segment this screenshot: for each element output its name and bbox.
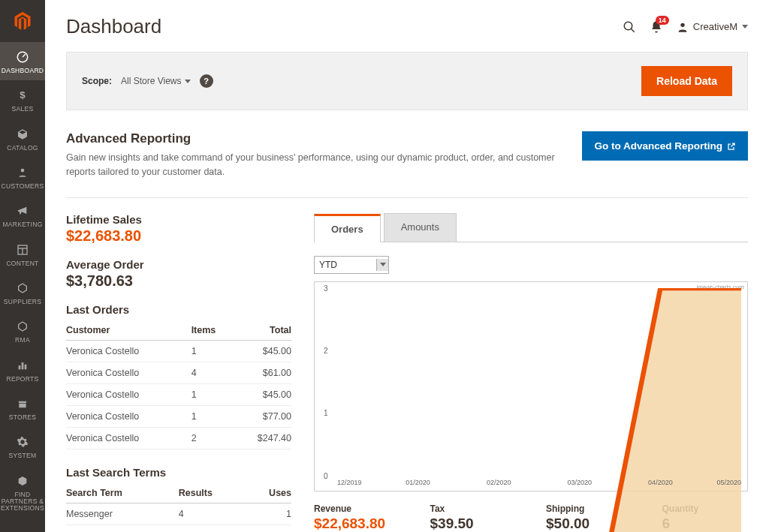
- store-icon: [15, 396, 30, 411]
- main-content: Dashboard 14 CreativeM Scope:: [45, 0, 769, 532]
- svg-text:$: $: [20, 89, 26, 101]
- x-tick: 01/2020: [406, 479, 430, 486]
- lifetime-sales-label: Lifetime Sales: [66, 213, 291, 226]
- chevron-down-icon: [185, 80, 191, 83]
- magento-logo-icon: [12, 11, 33, 32]
- user-name: CreativeM: [693, 21, 737, 32]
- y-tick-2: 2: [324, 346, 328, 354]
- svg-rect-10: [25, 364, 27, 369]
- chart-tabs: Orders Amounts: [314, 213, 748, 242]
- reload-data-button[interactable]: Reload Data: [641, 66, 732, 96]
- lifetime-sales-value: $22,683.80: [66, 227, 291, 245]
- megaphone-icon: [15, 203, 30, 218]
- topbar: Dashboard 14 CreativeM: [66, 15, 748, 38]
- col-results: Results: [179, 483, 246, 503]
- sidebar-item-catalog[interactable]: CATALOG: [0, 119, 45, 158]
- search-icon: [623, 20, 636, 34]
- sidebar-item-rma[interactable]: RMA: [0, 311, 45, 350]
- help-icon[interactable]: ?: [200, 74, 213, 88]
- chart-plot: [337, 288, 741, 533]
- col-customer: Customer: [66, 320, 191, 341]
- svg-marker-14: [337, 288, 741, 533]
- sidebar-item-system[interactable]: SYSTEM: [0, 427, 45, 465]
- cube-icon: [15, 127, 30, 142]
- svg-rect-9: [22, 362, 24, 369]
- col-total: Total: [234, 320, 291, 341]
- chevron-down-icon: [742, 25, 748, 29]
- sidebar-item-partners[interactable]: FIND PARTNERS & EXTENSIONS: [0, 466, 45, 518]
- external-link-icon: [727, 142, 736, 151]
- magento-logo[interactable]: [0, 0, 45, 42]
- x-tick: 04/2020: [648, 479, 673, 486]
- notifications-button[interactable]: 14: [650, 20, 663, 34]
- col-term: Search Term: [66, 483, 179, 503]
- tab-amounts[interactable]: Amounts: [384, 213, 457, 242]
- top-actions: 14 CreativeM: [623, 20, 748, 34]
- sidebar-item-customers[interactable]: CUSTOMERS: [0, 158, 45, 196]
- svg-marker-6: [19, 284, 27, 293]
- sidebar-item-sales[interactable]: $ SALES: [0, 80, 45, 119]
- x-tick: 05/2020: [716, 479, 741, 486]
- svg-rect-8: [19, 365, 21, 369]
- user-menu[interactable]: CreativeM: [677, 21, 748, 33]
- sidebar-item-marketing[interactable]: MARKETING: [0, 196, 45, 234]
- col-uses: Uses: [246, 483, 291, 503]
- table-row[interactable]: Veronica Costello1$45.00: [66, 383, 291, 405]
- hexagon-icon: [15, 281, 30, 296]
- user-icon: [677, 21, 689, 33]
- average-order-value: $3,780.63: [66, 272, 291, 290]
- y-tick-0: 0: [324, 471, 328, 479]
- puzzle-icon: [15, 473, 30, 488]
- x-tick: 02/2020: [487, 479, 511, 486]
- person-icon: [15, 165, 30, 180]
- advanced-reporting-title: Advanced Reporting: [66, 131, 577, 146]
- tab-orders[interactable]: Orders: [314, 214, 381, 242]
- table-row[interactable]: Veronica Costello1$77.00: [66, 405, 291, 427]
- notifications-badge: 14: [656, 16, 669, 25]
- advanced-reporting-desc: Gain new insights and take command of yo…: [66, 151, 577, 179]
- last-search-table: Search Term Results Uses Messenger41 bag…: [66, 483, 291, 533]
- scope-bar: Scope: All Store Views ? Reload Data: [66, 52, 748, 110]
- sidebar-item-dashboard[interactable]: DASHBOARD: [0, 42, 45, 80]
- sidebar-item-suppliers[interactable]: SUPPLIERS: [0, 273, 45, 311]
- last-search-title: Last Search Terms: [66, 466, 291, 479]
- svg-marker-7: [19, 322, 27, 331]
- scope-label: Scope:: [82, 76, 112, 86]
- last-orders-table: Customer Items Total Veronica Costello1$…: [66, 320, 291, 449]
- table-row[interactable]: bag15: [66, 524, 291, 532]
- hexagon-icon: [15, 319, 30, 334]
- period-select[interactable]: YTD: [314, 256, 389, 274]
- advanced-reporting-section: Advanced Reporting Gain new insights and…: [66, 128, 748, 198]
- average-order-label: Average Order: [66, 258, 291, 271]
- gauge-icon: [15, 50, 30, 65]
- sidebar-item-stores[interactable]: STORES: [0, 389, 45, 427]
- bars-icon: [15, 358, 30, 373]
- table-row[interactable]: Veronica Costello4$61.00: [66, 362, 291, 383]
- y-tick-3: 3: [324, 284, 328, 292]
- table-row[interactable]: Veronica Costello2$247.40: [66, 427, 291, 449]
- page-title: Dashboard: [66, 15, 161, 38]
- advanced-reporting-button[interactable]: Go to Advanced Reporting: [582, 131, 748, 161]
- x-tick: 12/2019: [337, 479, 362, 486]
- svg-point-11: [624, 22, 632, 30]
- orders-chart: image-charts.com 3 2 1 0 12/2019 01/202: [314, 281, 748, 491]
- svg-line-12: [631, 29, 635, 32]
- gear-icon: [15, 434, 30, 449]
- scope-select[interactable]: All Store Views: [121, 76, 190, 86]
- sidebar: DASHBOARD $ SALES CATALOG CUSTOMERS MARK…: [0, 0, 45, 532]
- sidebar-item-content[interactable]: CONTENT: [0, 235, 45, 273]
- svg-point-13: [680, 23, 684, 26]
- y-tick-1: 1: [324, 409, 328, 417]
- sidebar-item-reports[interactable]: REPORTS: [0, 350, 45, 389]
- col-items: Items: [191, 320, 234, 341]
- chevron-down-icon: [380, 263, 386, 266]
- x-tick: 03/2020: [568, 479, 593, 486]
- table-row[interactable]: Veronica Costello1$45.00: [66, 340, 291, 362]
- svg-point-2: [21, 169, 25, 173]
- search-button[interactable]: [623, 20, 636, 34]
- table-row[interactable]: Messenger41: [66, 503, 291, 524]
- last-orders-title: Last Orders: [66, 303, 291, 316]
- layout-icon: [15, 242, 30, 257]
- dollar-icon: $: [15, 88, 30, 103]
